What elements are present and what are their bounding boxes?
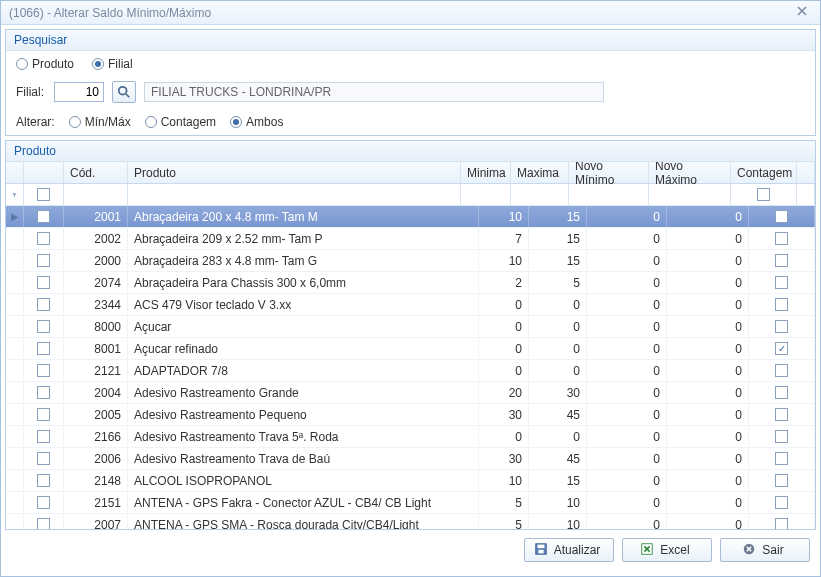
table-row[interactable]: 2005Adesivo Rastreamento Pequeno304500	[6, 404, 815, 426]
cell-nmin[interactable]: 0	[587, 492, 667, 513]
filter-max[interactable]	[511, 184, 569, 205]
cell-nmin[interactable]: 0	[587, 272, 667, 293]
row-checkbox[interactable]	[37, 496, 50, 509]
cell-nmax[interactable]: 0	[667, 250, 749, 271]
cell-nmax[interactable]: 0	[667, 316, 749, 337]
cell-contagem-checkbox[interactable]	[775, 298, 788, 311]
cell-nmin[interactable]: 0	[587, 228, 667, 249]
cell-nmax[interactable]: 0	[667, 338, 749, 359]
cell-nmin[interactable]: 0	[587, 360, 667, 381]
cell-contagem-checkbox[interactable]	[775, 254, 788, 267]
filter-icon[interactable]	[6, 184, 24, 205]
cell-nmax[interactable]: 0	[667, 470, 749, 491]
col-cod[interactable]: Cód.	[64, 162, 128, 183]
cell-nmin[interactable]: 0	[587, 470, 667, 491]
row-checkbox[interactable]	[37, 408, 50, 421]
row-checkbox[interactable]	[37, 430, 50, 443]
table-row[interactable]: 2166Adesivo Rastreamento Trava 5ª. Roda0…	[6, 426, 815, 448]
cell-nmax[interactable]: 0	[667, 448, 749, 469]
cell-contagem-checkbox[interactable]	[775, 232, 788, 245]
radio-minmax[interactable]: Mín/Máx	[69, 115, 131, 129]
cell-nmax[interactable]: 0	[667, 426, 749, 447]
row-checkbox[interactable]	[37, 298, 50, 311]
cell-nmin[interactable]: 0	[587, 294, 667, 315]
table-row[interactable]: 8000Açucar0000	[6, 316, 815, 338]
sair-button[interactable]: Sair	[720, 538, 810, 562]
row-checkbox[interactable]	[37, 320, 50, 333]
table-row[interactable]: 8001Açucar refinado0000	[6, 338, 815, 360]
cell-nmin[interactable]: 0	[587, 448, 667, 469]
filter-nmax[interactable]	[649, 184, 731, 205]
table-row[interactable]: 2002Abraçadeira 209 x 2.52 mm- Tam P7150…	[6, 228, 815, 250]
cell-nmin[interactable]: 0	[587, 404, 667, 425]
table-row[interactable]: 2148ALCOOL ISOPROPANOL101500	[6, 470, 815, 492]
table-row[interactable]: 2006Adesivo Rastreamento Trava de Baú304…	[6, 448, 815, 470]
cell-nmin[interactable]: 0	[587, 426, 667, 447]
row-checkbox[interactable]	[37, 254, 50, 267]
col-minima[interactable]: Minima	[461, 162, 511, 183]
table-row[interactable]: 2074Abraçadeira Para Chassis 300 x 6,0mm…	[6, 272, 815, 294]
table-row[interactable]: 2007ANTENA - GPS SMA - Rosca dourada Cit…	[6, 514, 815, 529]
cell-contagem-checkbox[interactable]	[775, 320, 788, 333]
row-checkbox[interactable]	[37, 210, 50, 223]
cell-contagem-checkbox[interactable]	[775, 430, 788, 443]
cell-nmin[interactable]: 0	[587, 382, 667, 403]
table-row[interactable]: 2121ADAPTADOR 7/80000	[6, 360, 815, 382]
atualizar-button[interactable]: Atualizar	[524, 538, 614, 562]
table-row[interactable]: 2344ACS 479 Visor teclado V 3.xx0000	[6, 294, 815, 316]
filter-produto[interactable]	[128, 184, 461, 205]
filter-contagem[interactable]	[731, 184, 797, 205]
cell-nmin[interactable]: 0	[587, 514, 667, 529]
cell-contagem-checkbox[interactable]	[775, 474, 788, 487]
cell-nmin[interactable]: 0	[587, 338, 667, 359]
radio-filial[interactable]: Filial	[92, 57, 133, 71]
cell-nmin[interactable]: 0	[587, 250, 667, 271]
cell-nmax[interactable]: 0	[667, 492, 749, 513]
cell-nmax[interactable]: 0	[667, 294, 749, 315]
row-checkbox[interactable]	[37, 452, 50, 465]
col-novo-minimo[interactable]: Novo Mínimo	[569, 162, 649, 183]
cell-nmax[interactable]: 0	[667, 360, 749, 381]
cell-nmax[interactable]: 0	[667, 514, 749, 529]
col-maxima[interactable]: Maxima	[511, 162, 569, 183]
row-checkbox[interactable]	[37, 474, 50, 487]
table-row[interactable]: 2151ANTENA - GPS Fakra - Conector AZUL -…	[6, 492, 815, 514]
search-button[interactable]	[112, 81, 136, 103]
row-checkbox[interactable]	[37, 518, 50, 529]
col-produto[interactable]: Produto	[128, 162, 461, 183]
table-row[interactable]: ▶2001Abraçadeira 200 x 4.8 mm- Tam M1015…	[6, 206, 815, 228]
cell-nmax[interactable]: 0	[667, 206, 749, 227]
row-checkbox[interactable]	[37, 276, 50, 289]
cell-nmax[interactable]: 0	[667, 272, 749, 293]
cell-nmin[interactable]: 0	[587, 316, 667, 337]
table-row[interactable]: 2000Abraçadeira 283 x 4.8 mm- Tam G10150…	[6, 250, 815, 272]
cell-contagem-checkbox[interactable]	[775, 452, 788, 465]
cell-nmin[interactable]: 0	[587, 206, 667, 227]
cell-contagem-checkbox[interactable]	[775, 276, 788, 289]
cell-nmax[interactable]: 0	[667, 228, 749, 249]
cell-contagem-checkbox[interactable]	[775, 386, 788, 399]
row-checkbox[interactable]	[37, 386, 50, 399]
excel-button[interactable]: Excel	[622, 538, 712, 562]
cell-nmax[interactable]: 0	[667, 404, 749, 425]
filter-header-checkbox[interactable]	[24, 184, 64, 205]
filter-min[interactable]	[461, 184, 511, 205]
close-icon[interactable]	[796, 5, 812, 21]
cell-contagem-checkbox[interactable]	[775, 518, 788, 529]
table-row[interactable]: 2004Adesivo Rastreamento Grande203000	[6, 382, 815, 404]
radio-produto[interactable]: Produto	[16, 57, 74, 71]
col-novo-maximo[interactable]: Novo Máximo	[649, 162, 731, 183]
row-checkbox[interactable]	[37, 232, 50, 245]
cell-contagem-checkbox[interactable]	[775, 210, 788, 223]
radio-contagem[interactable]: Contagem	[145, 115, 216, 129]
filter-cod[interactable]	[64, 184, 128, 205]
row-checkbox[interactable]	[37, 342, 50, 355]
filial-input[interactable]	[54, 82, 104, 102]
cell-contagem-checkbox[interactable]	[775, 408, 788, 421]
radio-ambos[interactable]: Ambos	[230, 115, 283, 129]
col-contagem[interactable]: Contagem	[731, 162, 797, 183]
cell-contagem-checkbox[interactable]	[775, 364, 788, 377]
row-checkbox[interactable]	[37, 364, 50, 377]
cell-contagem-checkbox[interactable]	[775, 342, 788, 355]
cell-contagem-checkbox[interactable]	[775, 496, 788, 509]
